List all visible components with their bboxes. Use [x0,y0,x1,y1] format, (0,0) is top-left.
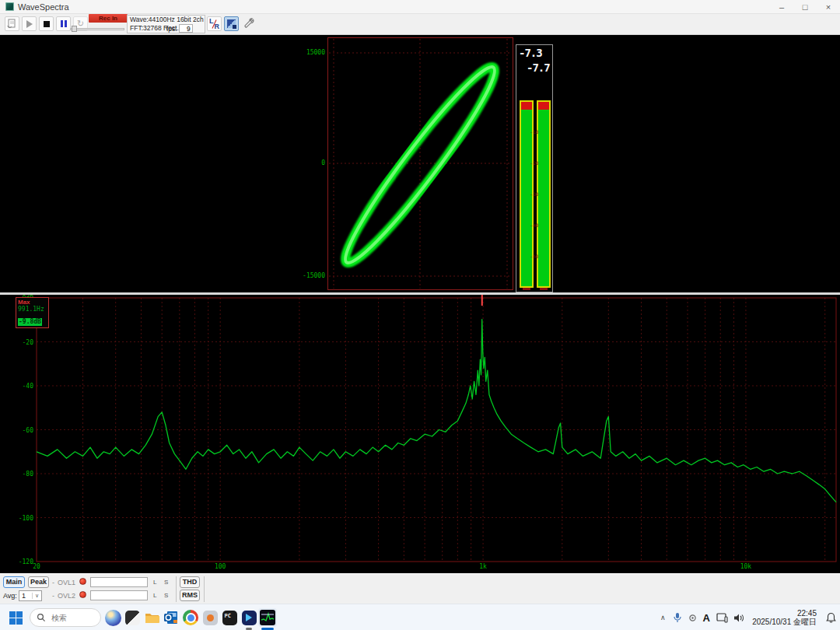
wave-format-info: Wave:44100Hz 16bit 2ch [128,16,205,24]
rms-button[interactable]: RMS [180,590,200,601]
stop-button[interactable] [39,16,54,31]
microphone-tray-button[interactable] [670,612,685,623]
title-bar: WaveSpectra – □ × [0,0,840,14]
meter-tick: -50 [516,254,552,259]
fps-value: 9 [179,24,193,33]
thd-button[interactable]: THD [180,576,200,588]
peak-button[interactable]: Peak [28,576,49,588]
search-input[interactable] [50,613,100,623]
terminal-button[interactable]: PC [220,608,239,627]
wavespectra-app-button[interactable] [258,608,277,627]
chrome-icon-center [186,613,196,623]
meter-tick: -30 [516,191,552,197]
avg-label: Avg: [3,592,17,600]
play-icon [26,20,33,28]
max-title: Max [18,299,47,306]
ovl2-l-toggle[interactable]: L [153,592,156,599]
lissajous-ylabel-top: 15000 [294,49,325,56]
close-button[interactable]: × [817,0,840,13]
ovl1-s-toggle[interactable]: S [164,579,168,586]
meter-value-left: -7.3 [519,47,542,59]
max-level-value: -9.8dB [18,318,42,326]
open-file-button[interactable] [5,16,19,31]
tray-time: 22:45 [752,609,817,618]
fps-label: fps: [166,25,177,33]
control-bar: Main Peak - OVL1 L S THD Avg: 1 ∨ - OVL2… [0,573,840,604]
media-app-button[interactable] [201,608,219,627]
ime-mode-button[interactable]: A [699,612,713,624]
meter-peak-zone-right [538,102,549,110]
meter-tick: -10 [516,129,552,135]
speaker-icon [733,613,744,623]
wavespectra-app-icon [260,610,275,625]
avg-select[interactable]: 1 ∨ [19,590,42,601]
fps-readout: fps: 9 [166,24,193,33]
spectrum-plot[interactable] [0,295,840,573]
spectrum-panel[interactable]: 0dB-20-40-60-80-100-120 201001k10k Max 9… [0,295,840,573]
pause-icon [61,20,67,27]
rec-indicator-badge: Rec In [89,14,128,23]
tray-chevron-button[interactable]: ∧ [656,614,670,621]
media-app-icon [203,611,218,625]
meter-tick: -20 [516,160,552,166]
volume-tray-button[interactable] [730,613,747,623]
outlook-button[interactable] [162,608,180,627]
position-slider[interactable] [70,26,124,32]
notifications-button[interactable] [821,612,840,623]
spectrum-ytick: -100 [0,515,33,522]
ovl2-s-toggle[interactable]: S [164,592,168,599]
ovl2-led [79,591,86,598]
file-explorer-icon [144,610,160,626]
tray-date: 2025/10/31 金曜日 [752,618,817,626]
lissajous-plot [327,37,513,290]
ovl2-field[interactable] [90,590,148,600]
main-button[interactable]: Main [3,576,25,588]
maximize-button[interactable]: □ [793,0,817,13]
meter-tick: -40 [516,222,552,228]
minimize-button[interactable]: – [770,0,793,13]
channel-lr-button[interactable]: L R [207,16,222,31]
ovl1-l-toggle[interactable]: L [153,579,156,586]
start-button[interactable] [6,608,25,627]
spectrum-ytick: -60 [0,427,33,434]
controls-divider-2 [204,576,205,602]
lissajous-ylabel-mid: 0 [294,159,325,166]
ovl1-led [79,578,86,585]
wavespectra-window: WaveSpectra – □ × ↻ Rec In Wave:44100Hz … [0,0,840,630]
file-explorer-button[interactable] [142,608,161,627]
photos-app-button[interactable] [123,608,142,627]
ovl1-field[interactable] [90,577,148,587]
controls-divider-1 [176,576,177,602]
movies-app-icon [242,611,257,625]
max-frequency-value: 991.1Hz [18,306,47,313]
avg-value: 1 [19,592,32,600]
settings-button[interactable] [242,16,256,31]
tray-utility-button[interactable] [685,614,699,622]
display-tray-button[interactable] [713,613,730,623]
channel-r-label: R [215,23,220,30]
clock[interactable]: 22:45 2025/10/31 金曜日 [752,609,817,626]
avg-dropdown-icon: ∨ [32,593,41,599]
level-meter-panel: -7.3 -7.7 -10-20-30-40-50 [516,44,553,292]
display-mode-toggle-button[interactable] [224,16,239,31]
max-peak-readout: Max 991.1Hz -9.8dB [16,297,49,328]
play-button[interactable] [22,16,37,31]
widgets-button[interactable] [103,608,122,627]
spectrum-xtick: 10k [735,563,757,570]
taskbar: PC ∧ [0,604,840,630]
chrome-button[interactable] [181,608,200,627]
spectrum-xtick: 100 [209,563,231,570]
spectrum-ytick: -40 [0,383,33,390]
pause-button[interactable] [56,16,71,31]
ovl1-label: OVL1 [58,579,75,586]
meter-foot-right [540,288,548,290]
slider-thumb[interactable] [72,26,77,32]
lissajous-ylabel-bottom: -15000 [294,272,325,279]
channel-l-label: L [209,17,214,25]
movies-app-button[interactable] [240,608,258,627]
dash-2: - [52,592,54,600]
photos-icon [125,611,140,625]
widgets-icon [105,610,121,626]
slider-track [70,28,124,30]
search-box[interactable] [30,608,101,627]
